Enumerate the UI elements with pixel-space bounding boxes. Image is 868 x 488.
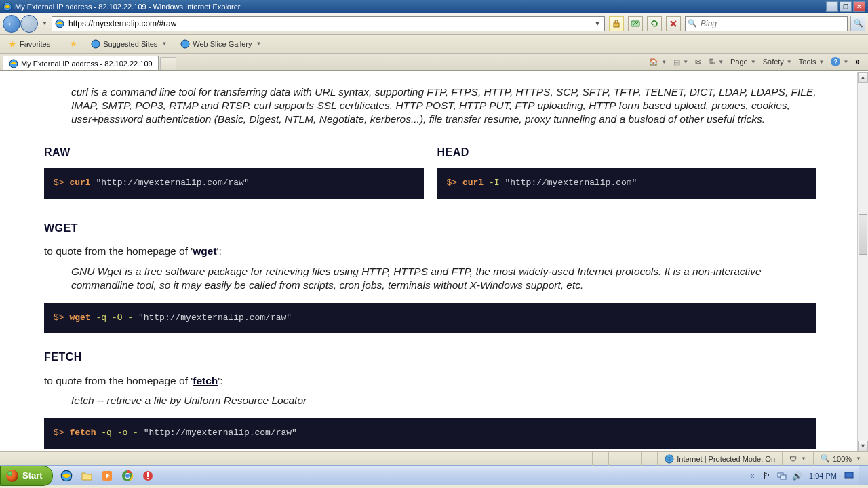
ie-icon: [3, 2, 12, 12]
zoom-level: 100%: [833, 455, 852, 463]
minimize-button[interactable]: –: [826, 1, 838, 12]
curl-head-code: $> curl -I "http://myexternalip.com": [437, 168, 817, 199]
favorites-label: Favorites: [20, 40, 50, 48]
scroll-thumb[interactable]: [859, 214, 867, 255]
url-input[interactable]: [66, 19, 592, 28]
chevron-down-icon: ▼: [161, 41, 167, 47]
command-bar: 🏠▼ ▤▼ ✉ 🖶▼ Page▼ Safety▼ Tools▼ ?▼ »: [646, 53, 865, 70]
system-tray: « 🏳 🔊 1:04 PM: [743, 470, 859, 481]
home-icon: 🏠: [649, 58, 658, 66]
app-taskbar-button[interactable]: [138, 467, 157, 485]
stop-button[interactable]: [666, 16, 681, 31]
status-pane: [641, 452, 657, 466]
tray-monitor-icon[interactable]: [844, 470, 854, 481]
network-icon[interactable]: [776, 470, 787, 481]
compatibility-view-button[interactable]: [628, 16, 643, 31]
navigation-bar: ← → ▼ ▼ 🔍 🔍: [0, 13, 868, 35]
vertical-scrollbar[interactable]: ▲ ▼: [857, 72, 868, 451]
search-go-button[interactable]: 🔍: [850, 16, 865, 31]
mail-icon: ✉: [695, 58, 701, 66]
forward-button[interactable]: →: [20, 15, 38, 33]
window-titlebar: My External IP address - 82.102.22.109 -…: [0, 0, 868, 13]
ie-taskbar-button[interactable]: [57, 467, 76, 485]
protected-mode-indicator[interactable]: 🛡▼: [782, 452, 813, 466]
svg-rect-19: [848, 478, 850, 479]
wget-intro: to quote from the homepage of 'wget':: [44, 245, 816, 258]
back-button[interactable]: ←: [3, 15, 20, 33]
favorites-button[interactable]: ★ Favorites: [4, 37, 54, 51]
refresh-button[interactable]: [647, 16, 662, 31]
recent-pages-dropdown[interactable]: ▼: [41, 20, 49, 26]
quick-launch: [57, 467, 157, 485]
shield-icon: 🛡: [789, 455, 797, 463]
status-bar: Internet | Protected Mode: On 🛡▼ 🔍 100% …: [0, 451, 868, 465]
add-to-favorites-bar-button[interactable]: ★: [66, 38, 81, 50]
taskbar-clock[interactable]: 1:04 PM: [806, 472, 840, 480]
page-label: Page: [730, 58, 748, 66]
safety-menu[interactable]: Safety▼: [760, 56, 795, 67]
start-button[interactable]: Start: [0, 466, 53, 486]
help-button[interactable]: ?▼: [828, 56, 851, 68]
search-bar[interactable]: 🔍: [685, 16, 848, 31]
feeds-button[interactable]: ▤▼: [671, 56, 691, 68]
new-tab-button[interactable]: [160, 57, 176, 70]
fetch-description: fetch -- retrieve a file by Uniform Reso…: [71, 394, 816, 407]
ie-icon: [91, 39, 100, 49]
search-input[interactable]: [698, 19, 846, 28]
svg-rect-17: [781, 475, 786, 479]
webpage-content[interactable]: curl is a command line tool for transfer…: [0, 72, 857, 451]
svg-point-4: [92, 40, 100, 48]
ie-page-icon: [9, 59, 18, 68]
tray-expand-icon[interactable]: «: [747, 470, 757, 481]
explorer-taskbar-button[interactable]: [77, 467, 96, 485]
favorites-bar: ★ Favorites ★ Suggested Sites ▼ Web Slic…: [0, 35, 868, 54]
address-history-dropdown[interactable]: ▼: [592, 20, 603, 27]
wget-link[interactable]: wget: [193, 245, 216, 257]
fetch-intro: to quote from the homepage of 'fetch':: [44, 374, 816, 388]
tab-title: My External IP address - 82.102.22.109: [21, 60, 153, 68]
scroll-up-button[interactable]: ▲: [858, 72, 868, 83]
read-mail-button[interactable]: ✉: [692, 56, 704, 68]
browser-tab[interactable]: My External IP address - 82.102.22.109: [3, 56, 159, 70]
media-player-taskbar-button[interactable]: [98, 467, 117, 485]
suggested-sites-label: Suggested Sites: [103, 40, 157, 48]
security-zone[interactable]: Internet | Protected Mode: On: [657, 452, 782, 466]
curl-description: curl is a command line tool for transfer…: [71, 85, 816, 125]
flag-icon[interactable]: 🏳: [762, 470, 772, 481]
maximize-button[interactable]: ❐: [840, 1, 852, 12]
help-icon: ?: [831, 57, 840, 66]
fetch-link[interactable]: fetch: [193, 375, 218, 386]
fetch-heading: FETCH: [44, 350, 816, 364]
zoom-control[interactable]: 🔍 100% ▼: [813, 452, 868, 466]
lock-icon[interactable]: [609, 16, 624, 31]
scroll-down-button[interactable]: ▼: [858, 441, 868, 451]
window-title: My External IP address - 82.102.22.109 -…: [15, 3, 826, 11]
start-label: Start: [22, 470, 43, 481]
chevron-down-icon: ▼: [256, 41, 262, 47]
tab-strip: My External IP address - 82.102.22.109 🏠…: [0, 54, 868, 71]
show-desktop-button[interactable]: [859, 466, 868, 485]
web-slice-gallery-link[interactable]: Web Slice Gallery ▼: [176, 38, 265, 50]
print-button[interactable]: 🖶▼: [705, 56, 726, 67]
print-icon: 🖶: [708, 58, 715, 66]
toolbar-overflow[interactable]: »: [852, 57, 863, 66]
star-add-icon: ★: [70, 39, 77, 49]
curl-raw-code: $> curl "http://myexternalip.com/raw": [44, 168, 424, 199]
volume-icon[interactable]: 🔊: [791, 470, 802, 481]
fetch-code: $> fetch -q -o - "http://myexternalip.co…: [44, 418, 816, 449]
address-bar[interactable]: ▼: [52, 16, 605, 31]
web-slice-label: Web Slice Gallery: [193, 40, 252, 48]
suggested-sites-link[interactable]: Suggested Sites ▼: [87, 38, 171, 50]
close-button[interactable]: ✕: [853, 1, 865, 12]
home-button[interactable]: 🏠▼: [646, 56, 669, 68]
tools-menu[interactable]: Tools▼: [796, 56, 827, 67]
svg-rect-2: [614, 23, 619, 27]
status-pane: [608, 452, 625, 466]
windows-logo-icon: [6, 470, 18, 482]
page-menu[interactable]: Page▼: [728, 56, 759, 67]
chrome-taskbar-button[interactable]: [118, 467, 137, 485]
ie-page-icon: [54, 18, 66, 30]
svg-rect-3: [631, 21, 639, 26]
status-pane: [625, 452, 641, 466]
window-controls: – ❐ ✕: [826, 1, 865, 12]
